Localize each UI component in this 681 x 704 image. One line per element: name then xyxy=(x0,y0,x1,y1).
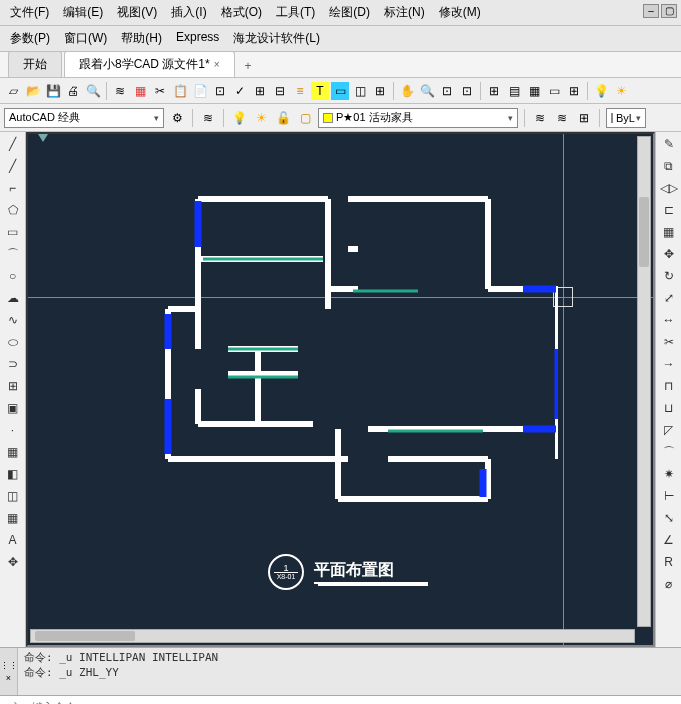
menu-express[interactable]: Express xyxy=(170,28,225,49)
layer-prop-icon[interactable]: ≋ xyxy=(199,109,217,127)
copy-icon[interactable]: 📋 xyxy=(171,82,189,100)
offset-icon[interactable]: ⊏ xyxy=(659,200,679,220)
bulb2-icon[interactable]: 💡 xyxy=(230,109,248,127)
spline-icon[interactable]: ∿ xyxy=(3,310,23,330)
bulb-icon[interactable]: 💡 xyxy=(592,82,610,100)
layers-icon[interactable]: ≋ xyxy=(111,82,129,100)
layer-walk2-icon[interactable]: ⊞ xyxy=(575,109,593,127)
dim-ang-icon[interactable]: ∠ xyxy=(659,530,679,550)
menu-modify[interactable]: 修改(M) xyxy=(433,2,487,23)
color-combo[interactable]: ByL xyxy=(606,108,646,128)
insert-block-icon[interactable]: ⊞ xyxy=(3,376,23,396)
rect-icon[interactable]: ▭ xyxy=(3,222,23,242)
scale-icon[interactable]: ⤢ xyxy=(659,288,679,308)
hatch-icon[interactable]: ▦ xyxy=(3,442,23,462)
join-icon[interactable]: ⊔ xyxy=(659,398,679,418)
menu-tools[interactable]: 工具(T) xyxy=(270,2,321,23)
menu-edit[interactable]: 编辑(E) xyxy=(57,2,109,23)
match-icon[interactable]: ✓ xyxy=(231,82,249,100)
explode-icon[interactable]: ✷ xyxy=(659,464,679,484)
erase-icon[interactable]: ✎ xyxy=(659,134,679,154)
layer-states-icon[interactable]: ≋ xyxy=(531,109,549,127)
xref-icon[interactable]: ⊞ xyxy=(371,82,389,100)
menu-file[interactable]: 文件(F) xyxy=(4,2,55,23)
save-icon[interactable]: 💾 xyxy=(44,82,62,100)
dim-dia-icon[interactable]: ⌀ xyxy=(659,574,679,594)
fillet-icon[interactable]: ⌒ xyxy=(659,442,679,462)
extend-icon[interactable]: → xyxy=(659,354,679,374)
layer-combo[interactable]: P★01 活动家具 xyxy=(318,108,518,128)
move-icon[interactable]: ✥ xyxy=(659,244,679,264)
ellipse-arc-icon[interactable]: ⊃ xyxy=(3,354,23,374)
arc-icon[interactable]: ⌒ xyxy=(3,244,23,264)
menu-draw[interactable]: 绘图(D) xyxy=(323,2,376,23)
mirror-icon[interactable]: ◁▷ xyxy=(659,178,679,198)
copy2-icon[interactable]: ⧉ xyxy=(659,156,679,176)
zoom-win-icon[interactable]: ⊡ xyxy=(438,82,456,100)
tool-icon[interactable]: ⊞ xyxy=(251,82,269,100)
zoom-ext-icon[interactable]: ⊡ xyxy=(458,82,476,100)
text-icon[interactable]: T xyxy=(311,82,329,100)
stretch-icon[interactable]: ↔ xyxy=(659,310,679,330)
circle-icon[interactable]: ○ xyxy=(3,266,23,286)
workspace-combo[interactable]: AutoCAD 经典 xyxy=(4,108,164,128)
scrollbar-horizontal[interactable] xyxy=(30,629,635,643)
freeze-icon[interactable]: ▢ xyxy=(296,109,314,127)
light-icon[interactable]: ☀ xyxy=(612,82,630,100)
lock-icon[interactable]: 🔓 xyxy=(274,109,292,127)
layer-walk-icon[interactable]: ⊟ xyxy=(271,82,289,100)
ellipse-icon[interactable]: ⬭ xyxy=(3,332,23,352)
line-icon[interactable]: ╱ xyxy=(3,134,23,154)
markup-icon[interactable]: ▭ xyxy=(545,82,563,100)
preview-icon[interactable]: 🔍 xyxy=(84,82,102,100)
break-icon[interactable]: ⊓ xyxy=(659,376,679,396)
menu-help[interactable]: 帮助(H) xyxy=(115,28,168,49)
polygon-icon[interactable]: ⬠ xyxy=(3,200,23,220)
addsel-icon[interactable]: ✥ xyxy=(3,552,23,572)
block-icon[interactable]: ▦ xyxy=(131,82,149,100)
gradient-icon[interactable]: ◧ xyxy=(3,464,23,484)
paste-icon[interactable]: 📄 xyxy=(191,82,209,100)
menu-format[interactable]: 格式(O) xyxy=(215,2,268,23)
layer-iso-icon[interactable]: ≋ xyxy=(553,109,571,127)
pan-icon[interactable]: ✋ xyxy=(398,82,416,100)
table-icon[interactable]: ▦ xyxy=(3,508,23,528)
restore-button[interactable]: ▢ xyxy=(661,4,677,18)
menu-view[interactable]: 视图(V) xyxy=(111,2,163,23)
array-icon[interactable]: ▦ xyxy=(659,222,679,242)
menu-dimension[interactable]: 标注(N) xyxy=(378,2,431,23)
calc-icon[interactable]: ⊞ xyxy=(565,82,583,100)
trim-icon[interactable]: ✂ xyxy=(659,332,679,352)
close-icon[interactable]: × xyxy=(214,59,220,70)
menu-hailong[interactable]: 海龙设计软件(L) xyxy=(227,28,326,49)
open-icon[interactable]: 📂 xyxy=(24,82,42,100)
cmd-drag-handle[interactable]: ⋮⋮ × xyxy=(0,648,18,695)
print-icon[interactable]: 🖨 xyxy=(64,82,82,100)
sheet-icon[interactable]: ▤ xyxy=(505,82,523,100)
cut-icon[interactable]: ✂ xyxy=(151,82,169,100)
menu-params[interactable]: 参数(P) xyxy=(4,28,56,49)
point-icon[interactable]: · xyxy=(3,420,23,440)
xline-icon[interactable]: ╱ xyxy=(3,156,23,176)
rotate-icon[interactable]: ↻ xyxy=(659,266,679,286)
gear-icon[interactable]: ⚙ xyxy=(168,109,186,127)
mtext-icon[interactable]: A xyxy=(3,530,23,550)
tab-start[interactable]: 开始 xyxy=(8,51,62,77)
props-icon[interactable]: ⊞ xyxy=(485,82,503,100)
scrollbar-vertical[interactable] xyxy=(637,136,651,627)
dim-rad-icon[interactable]: R xyxy=(659,552,679,572)
minimize-button[interactable]: – xyxy=(643,4,659,18)
dim-align-icon[interactable]: ⤡ xyxy=(659,508,679,528)
menu-window[interactable]: 窗口(W) xyxy=(58,28,113,49)
insert-icon[interactable]: ◫ xyxy=(351,82,369,100)
command-input[interactable] xyxy=(32,701,677,705)
menu-insert[interactable]: 插入(I) xyxy=(165,2,212,23)
chamfer-icon[interactable]: ◸ xyxy=(659,420,679,440)
crop-icon[interactable]: ⊡ xyxy=(211,82,229,100)
dim-lin-icon[interactable]: ⊢ xyxy=(659,486,679,506)
sun-icon[interactable]: ☀ xyxy=(252,109,270,127)
make-block-icon[interactable]: ▣ xyxy=(3,398,23,418)
cmd-close-icon[interactable]: × xyxy=(6,673,11,683)
tab-file[interactable]: 跟着小8学CAD 源文件1*× xyxy=(64,51,235,77)
region-icon[interactable]: ◫ xyxy=(3,486,23,506)
